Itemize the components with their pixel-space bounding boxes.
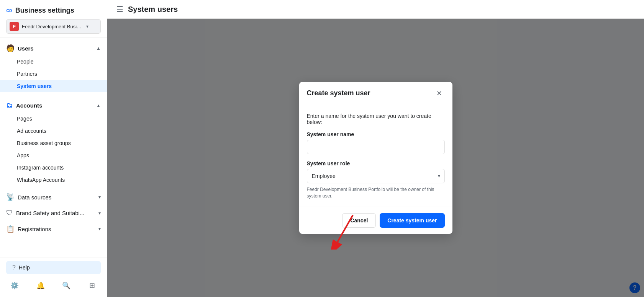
data-sources-icon: 📡 (6, 193, 15, 201)
help-icon: ? (12, 264, 16, 271)
notifications-icon[interactable]: 🔔 (34, 279, 48, 292)
main-content: ☰ System users (107, 0, 644, 297)
accounts-section-label: Accounts (16, 102, 93, 109)
sidebar-footer: ? Help ⚙️ 🔔 🔍 ⊞ (0, 258, 107, 297)
registrations-chevron-icon: ▾ (98, 226, 101, 232)
brand-safety-label: Brand Safety and Suitabi... (16, 210, 84, 216)
sidebar-item-partners[interactable]: Partners (0, 68, 107, 80)
sidebar-item-system-users[interactable]: System users (0, 80, 107, 92)
brand-safety-icon: 🛡 (6, 209, 13, 217)
system-user-name-label: System user name (307, 131, 445, 137)
modal-description: Enter a name for the system user you wan… (307, 113, 445, 125)
role-select-wrapper: Employee Admin ▾ (307, 169, 445, 183)
sidebar-item-business-asset-groups[interactable]: Business asset groups (0, 137, 107, 149)
data-sources-chevron-icon: ▾ (98, 194, 101, 200)
system-user-role-select[interactable]: Employee Admin (307, 169, 445, 183)
modal-title: Create system user (307, 89, 370, 97)
modal-close-button[interactable]: ✕ (434, 88, 445, 99)
sidebar-header: ∞ Business settings F Feedr Development … (0, 0, 107, 38)
main-top-bar: ☰ System users (107, 0, 644, 19)
modal-backdrop: Create system user ✕ Enter a name for th… (107, 19, 644, 297)
meta-icon: ∞ (6, 5, 12, 15)
sidebar-item-apps[interactable]: Apps (0, 149, 107, 162)
page-title: System users (128, 5, 178, 14)
sidebar-item-whatsapp-accounts[interactable]: WhatsApp Accounts (0, 174, 107, 186)
system-user-name-input[interactable] (307, 140, 445, 154)
registrations-label: Registrations (18, 226, 51, 232)
users-chevron-icon: ▲ (96, 46, 101, 51)
accounts-chevron-icon: ▲ (96, 103, 101, 108)
modal-dialog: Create system user ✕ Enter a name for th… (299, 82, 452, 234)
chevron-down-icon: ▾ (86, 24, 88, 29)
registrations-icon: 📋 (6, 225, 15, 233)
nav-section-header-accounts[interactable]: 🗂 Accounts ▲ (0, 98, 107, 113)
nav-section-accounts: 🗂 Accounts ▲ Pages Ad accounts Business … (0, 95, 107, 189)
brand-safety-chevron-icon: ▾ (98, 211, 101, 216)
meta-logo: ∞ Business settings (6, 5, 101, 15)
cancel-button[interactable]: Cancel (342, 213, 376, 228)
page-body: You don't have any system users yet. Sys… (107, 19, 644, 297)
nav-section-brand-safety[interactable]: 🛡 Brand Safety and Suitabi... ▾ (0, 205, 107, 221)
settings-icon[interactable]: ⚙️ (8, 279, 21, 292)
hamburger-icon[interactable]: ☰ (116, 5, 123, 14)
modal-body: Enter a name for the system user you wan… (299, 105, 452, 207)
modal-hint: Feedr Development Business Portfolio wil… (307, 186, 445, 199)
accounts-icon: 🗂 (6, 101, 13, 109)
sidebar: ∞ Business settings F Feedr Development … (0, 0, 107, 297)
sidebar-item-people[interactable]: People (0, 55, 107, 68)
data-sources-label: Data sources (18, 194, 51, 201)
nav-section-data-sources[interactable]: 📡 Data sources ▾ (0, 189, 107, 205)
sidebar-item-instagram-accounts[interactable]: Instagram accounts (0, 162, 107, 174)
search-icon[interactable]: 🔍 (59, 279, 73, 292)
users-section-label: Users (18, 45, 93, 52)
modal-header: Create system user ✕ (299, 82, 452, 105)
nav-section-header-users[interactable]: 🧑 Users ▲ (0, 41, 107, 55)
business-selector[interactable]: F Feedr Development Busine... ▾ (6, 19, 101, 34)
business-avatar: F (10, 22, 19, 31)
grid-icon[interactable]: ⊞ (85, 279, 99, 292)
create-system-user-button[interactable]: Create system user (380, 213, 444, 228)
users-icon: 🧑 (6, 44, 15, 52)
sidebar-item-ad-accounts[interactable]: Ad accounts (0, 125, 107, 137)
modal-footer: Cancel Create system user (299, 207, 452, 234)
sidebar-app-title: Business settings (15, 7, 74, 15)
sidebar-item-pages[interactable]: Pages (0, 113, 107, 125)
help-label: Help (19, 264, 30, 271)
sidebar-bottom-icons: ⚙️ 🔔 🔍 ⊞ (6, 274, 101, 294)
nav-section-users: 🧑 Users ▲ People Partners System users (0, 38, 107, 95)
nav-section-registrations[interactable]: 📋 Registrations ▾ (0, 221, 107, 237)
business-name: Feedr Development Busine... (22, 24, 83, 29)
system-user-role-label: System user role (307, 160, 445, 166)
help-item[interactable]: ? Help (6, 261, 101, 274)
